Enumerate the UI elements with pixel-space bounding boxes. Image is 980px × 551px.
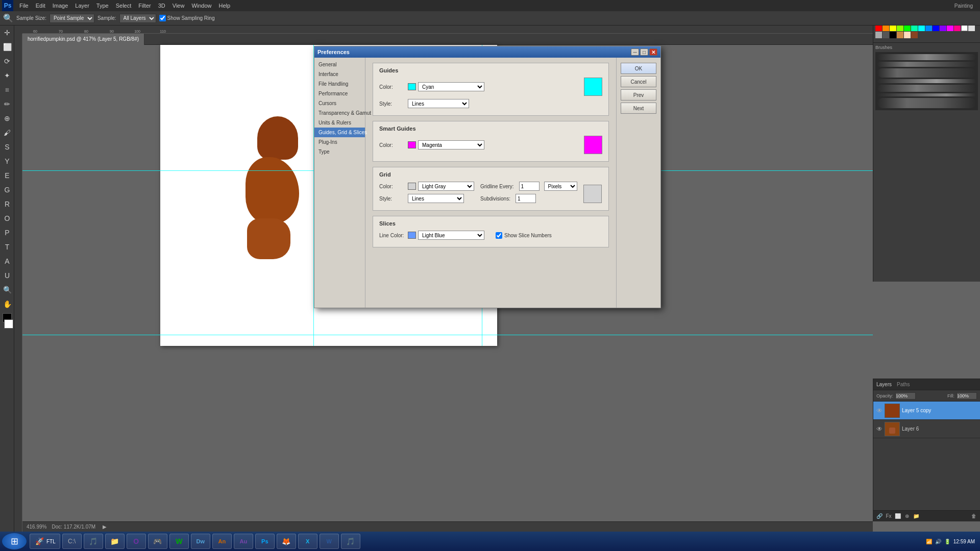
adjustment-btn[interactable]: ⊕	[903, 512, 911, 520]
spot-heal-tool[interactable]: ⊕	[0, 111, 14, 126]
taskbar-cmd[interactable]: C:\	[62, 534, 82, 549]
menu-filter[interactable]: Filter	[135, 2, 154, 10]
guides-style-select[interactable]: Lines Dashed Lines	[408, 99, 469, 108]
eye-icon-layer5[interactable]: 👁	[876, 407, 883, 414]
taskbar-onenote[interactable]: O	[127, 534, 146, 549]
taskbar-winamp[interactable]: W	[169, 534, 189, 549]
hand-tool[interactable]: ✋	[0, 297, 14, 311]
menu-edit[interactable]: Edit	[33, 2, 48, 10]
taskbar-word[interactable]: W	[320, 534, 339, 549]
eyedropper-tool[interactable]: 🔍	[3, 13, 13, 23]
zoom-tool[interactable]: 🔍	[0, 283, 14, 297]
taskbar-dw[interactable]: Dw	[191, 534, 210, 549]
cancel-button[interactable]: Cancel	[621, 76, 656, 87]
swatch-brown[interactable]	[897, 32, 903, 38]
paths-tab[interactable]: Paths	[897, 382, 910, 387]
sidebar-performance[interactable]: Performance	[314, 89, 365, 98]
sample-size-select[interactable]: Point Sample	[50, 14, 94, 23]
eraser-tool[interactable]: E	[0, 168, 14, 183]
layer-style-btn[interactable]: Fx	[885, 512, 893, 520]
grid-style-select[interactable]: Lines Dashed Lines Dots	[408, 194, 464, 203]
magic-wand-tool[interactable]: ✦	[0, 68, 14, 83]
folder-btn[interactable]: 📁	[912, 512, 920, 520]
crop-tool[interactable]: ⌗	[0, 83, 14, 97]
move-tool[interactable]: ✛	[0, 26, 14, 40]
sidebar-interface[interactable]: Interface	[314, 69, 365, 79]
lasso-tool[interactable]: ⟳	[0, 54, 14, 68]
sidebar-units-rulers[interactable]: Units & Rulers	[314, 118, 365, 128]
gradient-tool[interactable]: G	[0, 183, 14, 197]
gridline-input[interactable]	[519, 182, 540, 191]
show-slice-numbers-label[interactable]: Show Slice Numbers	[496, 232, 552, 239]
menu-help[interactable]: Help	[216, 2, 234, 10]
taskbar-an[interactable]: An	[212, 534, 232, 549]
swatch-skin[interactable]	[904, 32, 911, 38]
start-button[interactable]: ⊞	[2, 533, 27, 549]
menu-image[interactable]: Image	[50, 2, 71, 10]
delete-layer-btn[interactable]: 🗑	[970, 512, 978, 520]
sample-select[interactable]: All Layers	[119, 14, 156, 23]
path-sel-tool[interactable]: A	[0, 254, 14, 268]
dodge-tool[interactable]: O	[0, 211, 14, 226]
fill-input[interactable]	[957, 392, 977, 399]
taskbar-player[interactable]: 🎵	[341, 534, 360, 549]
swatch-dark-brown[interactable]	[911, 32, 918, 38]
swatch-medium-gray[interactable]	[875, 32, 882, 38]
pen-tool[interactable]: P	[0, 226, 14, 240]
show-sampling-ring-checkbox[interactable]	[159, 15, 166, 21]
sidebar-guides-grid-slices[interactable]: Guides, Grid & Slices	[314, 128, 365, 137]
sidebar-cursors[interactable]: Cursors	[314, 98, 365, 108]
slices-color-select[interactable]: Light Blue Cyan	[418, 231, 484, 240]
subdivisions-input[interactable]	[516, 194, 536, 203]
brush-tool[interactable]: 🖌	[0, 126, 14, 140]
next-button[interactable]: Next	[621, 103, 656, 114]
layer-item-layer5-copy[interactable]: 👁 Layer 5 copy	[873, 402, 980, 420]
blur-tool[interactable]: R	[0, 197, 14, 211]
gridline-unit-select[interactable]: Pixels Inches Cm	[544, 182, 577, 191]
swatch-dark-gray[interactable]	[883, 32, 889, 38]
menu-window[interactable]: Window	[188, 2, 214, 10]
sidebar-plug-ins[interactable]: Plug-Ins	[314, 137, 365, 147]
minimize-btn[interactable]: ─	[631, 48, 639, 56]
prev-button[interactable]: Prev	[621, 89, 656, 101]
sidebar-file-handling[interactable]: File Handling	[314, 79, 365, 89]
background-color[interactable]	[4, 319, 13, 329]
mask-btn[interactable]: ⬜	[894, 512, 902, 520]
type-tool[interactable]: T	[0, 240, 14, 254]
guides-color-select[interactable]: Cyan Light Blue Magenta	[418, 82, 484, 91]
ok-button[interactable]: OK	[621, 63, 656, 74]
taskbar-ps[interactable]: Ps	[255, 534, 275, 549]
smart-guides-color-select[interactable]: Magenta Cyan	[418, 140, 484, 149]
layers-tab[interactable]: Layers	[876, 382, 892, 387]
shape-tool[interactable]: U	[0, 268, 14, 283]
sidebar-type[interactable]: Type	[314, 147, 365, 157]
layer-item-layer6[interactable]: 👁 Layer 6	[873, 420, 980, 438]
grid-color-select[interactable]: Light Gray Cyan Light Blue	[418, 182, 474, 191]
opacity-input[interactable]	[895, 392, 916, 399]
menu-select[interactable]: Select	[113, 2, 135, 10]
eye-icon-layer6[interactable]: 👁	[876, 425, 883, 433]
menu-view[interactable]: View	[169, 2, 188, 10]
swatch-black[interactable]	[890, 32, 896, 38]
history-brush-tool[interactable]: Y	[0, 154, 14, 168]
taskbar-folder[interactable]: 📁	[105, 534, 125, 549]
taskbar-browser[interactable]: 🦊	[277, 534, 296, 549]
sidebar-general[interactable]: General	[314, 60, 365, 69]
sidebar-transparency[interactable]: Transparency & Gamut	[314, 108, 365, 118]
maximize-btn[interactable]: □	[640, 48, 648, 56]
menu-type[interactable]: Type	[93, 2, 112, 10]
eyedropper-tool-box[interactable]: ✏	[0, 97, 14, 111]
taskbar-game[interactable]: 🎮	[148, 534, 167, 549]
link-layers-btn[interactable]: 🔗	[875, 512, 884, 520]
taskbar-ftl[interactable]: 🚀 FTL	[30, 534, 60, 549]
menu-layer[interactable]: Layer	[72, 2, 92, 10]
clone-stamp-tool[interactable]: S	[0, 140, 14, 154]
marquee-tool[interactable]: ⬜	[0, 40, 14, 54]
document-tab[interactable]: horrifiedpumpkin.psd @ 417% (Layer 5, RG…	[22, 34, 144, 45]
taskbar-xero[interactable]: X	[298, 534, 317, 549]
menu-3d[interactable]: 3D	[155, 2, 168, 10]
taskbar-au[interactable]: Au	[234, 534, 253, 549]
menu-file[interactable]: File	[16, 2, 32, 10]
show-sampling-ring-label[interactable]: Show Sampling Ring	[159, 15, 215, 21]
show-slice-numbers-checkbox[interactable]	[496, 232, 502, 239]
